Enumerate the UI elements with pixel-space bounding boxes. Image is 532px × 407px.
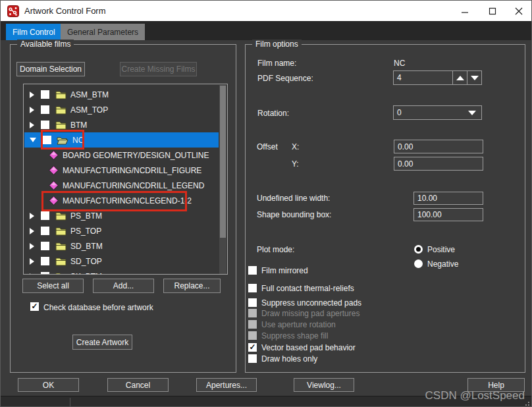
tree-item-board-geometry-design-outline[interactable]: BOARD GEOMETRY/DESIGN_OUTLINE [24, 148, 219, 163]
tree-item-checkbox[interactable] [43, 136, 51, 144]
folder-icon [55, 105, 66, 115]
film-options-group-label: Film options [252, 40, 302, 49]
chevron-collapsed-icon[interactable] [30, 213, 34, 219]
chevron-expanded-icon[interactable] [30, 138, 36, 142]
plot-mode-radio-positive[interactable] [414, 245, 423, 254]
chevron-collapsed-icon[interactable] [30, 273, 34, 275]
tree-item-ps-top[interactable]: PS_TOP [24, 223, 219, 238]
undefined-line-width-input[interactable]: 10.00 [413, 192, 483, 205]
chevron-collapsed-icon[interactable] [30, 122, 34, 128]
close-icon [515, 7, 523, 15]
check-database-checkbox[interactable]: ✓ [30, 302, 39, 311]
select-all-button[interactable]: Select all [22, 279, 84, 293]
film-option-label: Draw missing pad apertures [261, 309, 359, 318]
tree-item-label: MANUFACTURING/NCDRILL_FIGURE [63, 166, 201, 175]
tree-item-manufacturing-ncdrill-figure[interactable]: MANUFACTURING/NCDRILL_FIGURE [24, 163, 219, 178]
viewlog-button[interactable]: Viewlog... [294, 378, 354, 392]
chevron-collapsed-icon[interactable] [30, 228, 34, 234]
offset-x-input[interactable]: 0.00 [394, 140, 483, 153]
cancel-button[interactable]: Cancel [107, 378, 169, 392]
chevron-collapsed-icon[interactable] [30, 258, 34, 265]
tree-item-label: BOARD GEOMETRY/DESIGN_OUTLINE [63, 151, 209, 160]
plot-mode-label-positive: Positive [427, 245, 455, 254]
tree-item-checkbox[interactable] [41, 227, 49, 235]
films-tree-list[interactable]: ASM_BTMASM_TOPBTMNCBOARD GEOMETRY/DESIGN… [23, 84, 228, 275]
film-option-checkbox-draw-missing-pad-apertures [248, 309, 257, 317]
tree-item-label: MANUFACTURING/NCDRILL_LEGEND [63, 181, 204, 190]
offset-label: Offset [257, 142, 278, 151]
watermark: CSDN @LostSpeed [425, 389, 525, 402]
replace-button[interactable]: Replace... [163, 279, 221, 293]
minimize-icon [461, 7, 469, 15]
tree-item-label: BTM [70, 121, 87, 130]
create-artwork-button[interactable]: Create Artwork [72, 335, 132, 350]
plot-mode-label-negative: Negative [427, 259, 458, 269]
resize-grip-icon[interactable] [524, 400, 529, 406]
tree-item-ps-btm[interactable]: PS_BTM [24, 208, 219, 223]
tree-item-checkbox[interactable] [41, 257, 49, 265]
tree-item-btm[interactable]: BTM [24, 117, 219, 132]
maximize-button[interactable] [481, 1, 504, 21]
folder-icon [55, 121, 66, 130]
film-layer-icon [49, 150, 59, 160]
chevron-collapsed-icon[interactable] [30, 92, 34, 98]
open-folder-icon [57, 136, 68, 145]
add-button[interactable]: Add... [93, 279, 154, 293]
film-layer-icon [49, 180, 59, 190]
tree-item-sk-btm[interactable]: SK_BTM [24, 269, 219, 275]
rotation-dropdown[interactable]: 0 [393, 105, 482, 120]
spin-down-button[interactable] [467, 71, 481, 84]
spin-up-button[interactable] [452, 71, 467, 84]
pdf-sequence-value[interactable]: 4 [394, 73, 452, 82]
film-option-label: Vector based pad behavior [261, 343, 356, 352]
tree-item-checkbox[interactable] [41, 272, 49, 275]
tree-item-manufacturing-ncdrill-legend[interactable]: MANUFACTURING/NCDRILL_LEGEND [24, 178, 219, 193]
folder-icon [55, 242, 66, 251]
tree-item-manufacturing-nclegend-1-2[interactable]: MANUFACTURING/NCLEGEND-1-2 [24, 193, 219, 208]
tab-general-parameters[interactable]: General Parameters [61, 24, 145, 40]
tree-item-nc[interactable]: NC [24, 132, 219, 148]
tree-item-sd-top[interactable]: SD_TOP [24, 254, 219, 269]
film-name-label: Film name: [257, 59, 296, 68]
tab-film-control[interactable]: Film Control [6, 24, 62, 40]
ok-button[interactable]: OK [18, 378, 79, 392]
tree-item-checkbox[interactable] [41, 105, 49, 114]
film-option-label: Draw holes only [261, 354, 317, 364]
apertures-button[interactable]: Apertures... [196, 378, 257, 392]
pdf-sequence-label: PDF Sequence: [257, 74, 313, 83]
maximize-icon [489, 7, 496, 15]
tree-scrollbar-thumb[interactable] [220, 86, 226, 238]
tree-item-label: PS_BTM [70, 211, 102, 221]
shape-bounding-box-input[interactable]: 100.00 [413, 208, 483, 221]
artwork-control-form-window: Artwork Control Form Film Control Genera… [0, 0, 532, 407]
film-option-checkbox-draw-holes-only[interactable] [248, 354, 257, 363]
tree-item-asm-btm[interactable]: ASM_BTM [24, 87, 219, 102]
rotation-value: 0 [397, 108, 402, 117]
film-option-checkbox-full-contact-thermal-reliefs[interactable] [248, 284, 257, 292]
folder-icon [55, 272, 66, 275]
domain-selection-button[interactable]: Domain Selection [16, 62, 85, 76]
tree-item-label: SD_BTM [70, 242, 103, 251]
film-option-checkbox-film-mirrored[interactable] [248, 266, 257, 275]
chevron-down-icon [468, 111, 476, 115]
tree-item-checkbox[interactable] [41, 242, 49, 250]
tree-scrollbar[interactable] [219, 85, 226, 275]
chevron-collapsed-icon[interactable] [30, 243, 34, 250]
plot-mode-radio-negative[interactable] [414, 259, 423, 268]
film-option-label: Film mirrored [261, 266, 308, 275]
close-button[interactable] [508, 1, 530, 21]
minimize-button[interactable] [454, 1, 476, 21]
tree-item-checkbox[interactable] [41, 121, 49, 129]
arrow-down-icon [471, 76, 479, 80]
tree-item-sd-btm[interactable]: SD_BTM [24, 238, 219, 254]
offset-x-label: X: [292, 142, 299, 151]
chevron-collapsed-icon[interactable] [30, 107, 34, 113]
tree-item-checkbox[interactable] [41, 211, 49, 220]
tree-item-asm-top[interactable]: ASM_TOP [24, 102, 219, 117]
pdf-sequence-spinner[interactable]: 4 [393, 70, 482, 85]
film-option-label: Full contact thermal-reliefs [261, 284, 354, 293]
film-option-checkbox-vector-based-pad-behavior[interactable]: ✓ [248, 343, 257, 352]
offset-y-input[interactable]: 0.00 [394, 157, 483, 171]
film-option-checkbox-suppress-unconnected-pads[interactable] [248, 298, 257, 307]
tree-item-checkbox[interactable] [41, 90, 49, 99]
